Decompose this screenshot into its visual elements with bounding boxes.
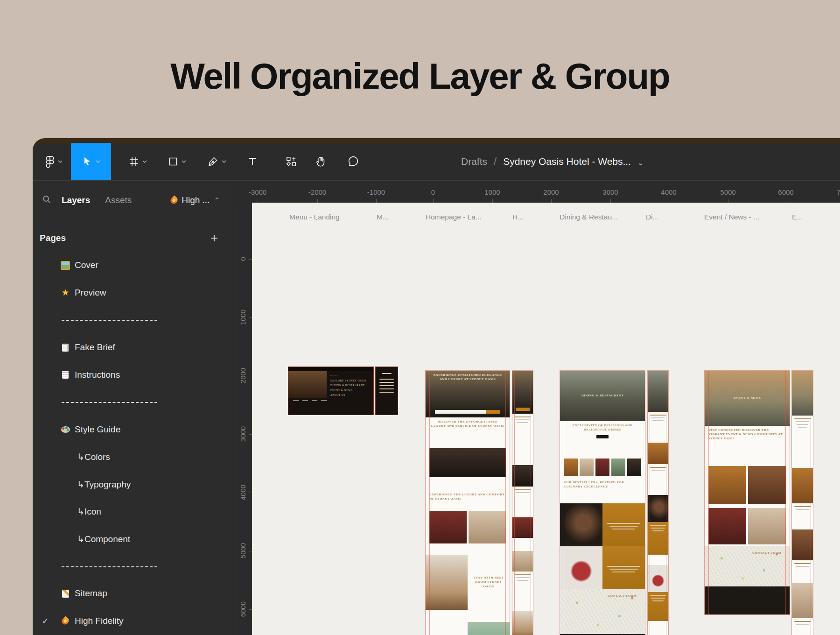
page-section bbox=[512, 611, 533, 635]
pages-separator bbox=[33, 388, 232, 416]
layout-guide bbox=[708, 371, 709, 614]
canvas[interactable]: Menu - LandingMENUEXPLORE SYDNEY OASISDI… bbox=[252, 203, 840, 635]
move-tool[interactable] bbox=[71, 143, 111, 180]
frame-label-dining-mobile[interactable]: Di... bbox=[646, 213, 659, 222]
page-selector[interactable]: High ... ⌃ bbox=[171, 195, 220, 205]
photo-thumbnail bbox=[429, 511, 467, 543]
ruler-tick bbox=[317, 199, 318, 203]
frame-homepage-mobile[interactable] bbox=[512, 371, 533, 635]
chevron-down-icon[interactable] bbox=[58, 160, 63, 163]
page-item-preview[interactable]: ★Preview bbox=[33, 279, 232, 307]
page-item-instructions[interactable]: Instructions bbox=[33, 361, 232, 388]
frame-label-dining-restaurant[interactable]: Dining & Restau... bbox=[560, 213, 618, 222]
components-tool[interactable] bbox=[281, 143, 301, 180]
page-section bbox=[648, 522, 668, 555]
page-item-high-fidelity[interactable]: ✓High Fidelity bbox=[33, 607, 232, 635]
page-section bbox=[648, 412, 668, 443]
ruler-number: 7000 bbox=[837, 188, 840, 196]
page-item-label: Instructions bbox=[75, 370, 120, 380]
doc-lines-shape bbox=[62, 371, 69, 379]
photo-thumbnail bbox=[595, 459, 609, 476]
tab-assets[interactable]: Assets bbox=[105, 195, 132, 205]
ruler-number: 3000 bbox=[239, 426, 247, 443]
button-chip bbox=[516, 408, 530, 411]
text-tool[interactable] bbox=[243, 143, 262, 180]
page-section bbox=[426, 446, 510, 479]
tab-layers[interactable]: Layers bbox=[62, 195, 90, 205]
page-item-label: Preview bbox=[75, 288, 106, 298]
page-item-typography[interactable]: ↳Typography bbox=[33, 471, 232, 498]
text-line bbox=[517, 580, 528, 581]
pages-separator bbox=[33, 306, 232, 334]
fire-shape bbox=[60, 616, 70, 626]
page-item-icon[interactable]: ↳Icon bbox=[33, 498, 232, 525]
pages-list: Cover★PreviewFake BriefInstructionsStyle… bbox=[33, 252, 232, 635]
page-section bbox=[792, 416, 813, 468]
photo-thumbnail bbox=[560, 546, 602, 589]
frame-label-homepage-landing[interactable]: Homepage - La... bbox=[426, 213, 482, 222]
chevron-down-icon[interactable] bbox=[96, 160, 100, 163]
memo-icon bbox=[61, 589, 70, 598]
ruler-number: -2000 bbox=[308, 188, 326, 196]
photo-thumbnail bbox=[708, 508, 746, 544]
frame-event-news-mobile[interactable] bbox=[792, 371, 813, 635]
frame-label-event-news-mobile[interactable]: E... bbox=[792, 213, 803, 222]
text-line bbox=[652, 530, 664, 531]
page-item-label: High Fidelity bbox=[75, 616, 124, 626]
frame-label-menu-landing-mobile[interactable]: M... bbox=[377, 213, 389, 222]
page-section bbox=[512, 551, 533, 572]
layout-guide bbox=[505, 371, 506, 635]
chevron-down-icon[interactable] bbox=[222, 160, 226, 163]
hand-tool[interactable] bbox=[311, 143, 331, 180]
page-item-colors[interactable]: ↳Colors bbox=[33, 443, 232, 471]
thumbnail-heading: STAY CONNECTED DISCOVER THE VIBRANT EVEN… bbox=[705, 426, 790, 443]
photo-thumbnail bbox=[708, 466, 746, 504]
ruler-tick bbox=[258, 199, 258, 203]
page-item-component[interactable]: ↳Component bbox=[33, 525, 232, 553]
layout-guide bbox=[650, 371, 650, 635]
frame-homepage-landing[interactable]: EXPERIENCE UNMATCHED ELEGANCE AND LUXURY… bbox=[426, 371, 510, 635]
text-line bbox=[798, 427, 807, 428]
vertical-ruler[interactable]: 0100020003000400050006000 bbox=[232, 203, 252, 635]
page-section bbox=[512, 538, 533, 551]
add-page-button[interactable]: + bbox=[210, 233, 218, 243]
frame-label-menu-landing[interactable]: Menu - Landing bbox=[289, 213, 340, 222]
page-item-label: ↳Icon bbox=[77, 506, 101, 517]
breadcrumb-file-name[interactable]: Sydney Oasis Hotel - Webs... bbox=[503, 156, 631, 167]
chevron-down-icon[interactable] bbox=[142, 160, 147, 163]
frame-tool[interactable] bbox=[124, 143, 151, 180]
page-item-cover[interactable]: Cover bbox=[33, 252, 232, 279]
frame-label-event-news[interactable]: Event / News - ... bbox=[704, 213, 759, 222]
frame-label-homepage-mobile[interactable]: H... bbox=[512, 213, 524, 222]
search-icon[interactable] bbox=[42, 195, 51, 206]
frame-menu-landing-mobile[interactable] bbox=[376, 367, 398, 415]
text-line bbox=[515, 574, 531, 575]
text-line bbox=[379, 392, 394, 393]
ruler-number: 0 bbox=[239, 251, 247, 268]
menu-item-label: ABOUT US bbox=[330, 394, 370, 396]
page-item-style-guide[interactable]: Style Guide bbox=[33, 416, 232, 444]
shape-tool[interactable] bbox=[163, 143, 190, 180]
page-item-sitemap[interactable]: Sitemap bbox=[33, 580, 232, 607]
comment-tool[interactable] bbox=[343, 143, 363, 180]
menu-tag-label: MENU bbox=[330, 374, 370, 377]
chevron-down-icon[interactable] bbox=[182, 160, 186, 163]
components-icon bbox=[285, 155, 297, 168]
page-section: OUR BESTSELLERS, REFINED FOR CULINARY EX… bbox=[560, 478, 645, 503]
frame-dining-mobile[interactable] bbox=[648, 371, 668, 635]
pen-tool[interactable] bbox=[203, 143, 231, 180]
frame-dining-restaurant[interactable]: DINING & RESTAURANTEXCLUSIVITY OF DELICI… bbox=[560, 371, 645, 635]
chevron-down-icon[interactable]: ⌄ bbox=[637, 156, 644, 167]
fire-icon bbox=[61, 616, 70, 626]
frame-event-news[interactable]: EVENT & NEWSSTAY CONNECTED DISCOVER THE … bbox=[705, 371, 790, 614]
breadcrumb-folder[interactable]: Drafts bbox=[461, 156, 487, 167]
ruler-number: 0 bbox=[431, 188, 435, 196]
horizontal-ruler[interactable]: -3000-2000-10000100020003000400050006000… bbox=[232, 185, 840, 203]
figma-logo-menu[interactable] bbox=[40, 143, 67, 180]
page-item-label: ↳Component bbox=[77, 534, 130, 544]
page-item-fake-brief[interactable]: Fake Brief bbox=[33, 334, 232, 361]
photo-thumbnail bbox=[426, 555, 468, 610]
thumbnail-heading: EVENT & NEWS bbox=[705, 394, 790, 402]
frame-menu-landing[interactable]: MENUEXPLORE SYDNEY OASISDINING & RESTAUR… bbox=[288, 367, 373, 415]
text-line bbox=[515, 416, 531, 417]
